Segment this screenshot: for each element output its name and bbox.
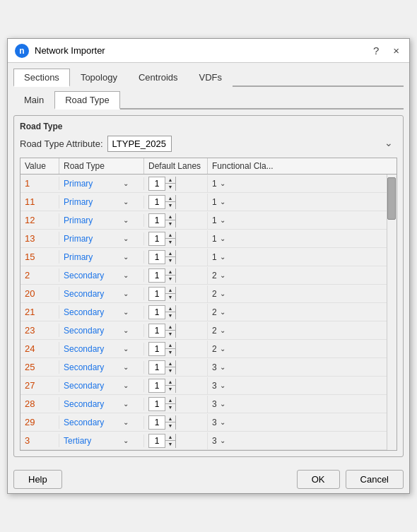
road-type-chevron[interactable]: ⌄ bbox=[123, 326, 129, 334]
lanes-increment[interactable]: ▲ bbox=[165, 287, 175, 294]
road-type-chevron[interactable]: ⌄ bbox=[123, 418, 129, 426]
fc-chevron[interactable]: ⌄ bbox=[220, 253, 225, 261]
lanes-decrement[interactable]: ▼ bbox=[165, 220, 175, 227]
lanes-spinner[interactable]: 1▲▼ bbox=[148, 195, 176, 209]
fc-chevron[interactable]: ⌄ bbox=[220, 418, 225, 426]
fc-chevron[interactable]: ⌄ bbox=[220, 363, 225, 371]
road-type-chevron[interactable]: ⌄ bbox=[123, 437, 129, 444]
road-type-chevron[interactable]: ⌄ bbox=[123, 308, 129, 316]
lanes-increment[interactable]: ▲ bbox=[165, 195, 175, 202]
lanes-decrement[interactable]: ▼ bbox=[165, 294, 175, 301]
help-icon[interactable]: ? bbox=[370, 43, 382, 58]
road-type-dropdown[interactable]: Secondary bbox=[64, 289, 122, 299]
lanes-decrement[interactable]: ▼ bbox=[165, 404, 175, 411]
fc-chevron[interactable]: ⌄ bbox=[220, 437, 225, 444]
lanes-spinner[interactable]: 1▲▼ bbox=[148, 360, 176, 374]
lanes-decrement[interactable]: ▼ bbox=[165, 202, 175, 209]
road-type-dropdown[interactable]: Primary bbox=[64, 179, 122, 189]
road-type-dropdown[interactable]: Secondary bbox=[64, 271, 122, 280]
lanes-spinner[interactable]: 1▲▼ bbox=[148, 250, 176, 264]
close-icon[interactable]: × bbox=[390, 43, 402, 58]
tab-centroids[interactable]: Centroids bbox=[128, 69, 189, 87]
road-type-dropdown[interactable]: Primary bbox=[64, 252, 122, 262]
fc-chevron[interactable]: ⌄ bbox=[220, 326, 225, 334]
road-type-dropdown[interactable]: Tertiary bbox=[64, 436, 122, 446]
lanes-decrement[interactable]: ▼ bbox=[165, 422, 175, 430]
road-type-chevron[interactable]: ⌄ bbox=[123, 363, 129, 371]
road-type-chevron[interactable]: ⌄ bbox=[123, 253, 129, 261]
lanes-increment[interactable]: ▲ bbox=[165, 177, 175, 184]
lanes-increment[interactable]: ▲ bbox=[165, 397, 175, 404]
tab-topology[interactable]: Topology bbox=[70, 69, 128, 87]
tab-sections[interactable]: Sections bbox=[13, 69, 70, 87]
road-type-chevron[interactable]: ⌄ bbox=[123, 400, 129, 408]
road-type-chevron[interactable]: ⌄ bbox=[123, 382, 129, 389]
tab-road-type[interactable]: Road Type bbox=[54, 91, 120, 110]
fc-chevron[interactable]: ⌄ bbox=[220, 400, 225, 408]
road-type-dropdown[interactable]: Secondary bbox=[64, 344, 122, 354]
road-type-chevron[interactable]: ⌄ bbox=[123, 290, 129, 297]
fc-chevron[interactable]: ⌄ bbox=[220, 308, 225, 316]
lanes-increment[interactable]: ▲ bbox=[165, 324, 175, 331]
road-type-dropdown[interactable]: Secondary bbox=[64, 326, 122, 336]
road-type-chevron[interactable]: ⌄ bbox=[123, 271, 129, 279]
lanes-spinner[interactable]: 1▲▼ bbox=[148, 379, 176, 393]
road-type-dropdown[interactable]: Secondary bbox=[64, 399, 122, 409]
road-type-dropdown[interactable]: Primary bbox=[64, 215, 122, 225]
lanes-increment[interactable]: ▲ bbox=[165, 434, 175, 441]
road-type-chevron[interactable]: ⌄ bbox=[123, 216, 129, 224]
lanes-decrement[interactable]: ▼ bbox=[165, 239, 175, 246]
lanes-increment[interactable]: ▲ bbox=[165, 342, 175, 349]
road-type-dropdown[interactable]: Primary bbox=[64, 234, 122, 244]
fc-chevron[interactable]: ⌄ bbox=[220, 235, 225, 242]
road-type-chevron[interactable]: ⌄ bbox=[123, 235, 129, 242]
road-type-chevron[interactable]: ⌄ bbox=[123, 345, 129, 353]
lanes-increment[interactable]: ▲ bbox=[165, 213, 175, 220]
fc-chevron[interactable]: ⌄ bbox=[220, 179, 225, 187]
scrollbar-thumb[interactable] bbox=[387, 177, 396, 220]
lanes-decrement[interactable]: ▼ bbox=[165, 331, 175, 338]
lanes-increment[interactable]: ▲ bbox=[165, 379, 175, 386]
lanes-increment[interactable]: ▲ bbox=[165, 415, 175, 422]
road-type-chevron[interactable]: ⌄ bbox=[123, 179, 129, 187]
lanes-spinner[interactable]: 1▲▼ bbox=[148, 305, 176, 319]
lanes-decrement[interactable]: ▼ bbox=[165, 367, 175, 374]
fc-chevron[interactable]: ⌄ bbox=[220, 345, 225, 353]
fc-chevron[interactable]: ⌄ bbox=[220, 198, 225, 206]
lanes-decrement[interactable]: ▼ bbox=[165, 312, 175, 319]
road-type-dropdown[interactable]: Secondary bbox=[64, 362, 122, 372]
lanes-increment[interactable]: ▲ bbox=[165, 360, 175, 367]
fc-chevron[interactable]: ⌄ bbox=[220, 382, 225, 389]
fc-chevron[interactable]: ⌄ bbox=[220, 216, 225, 224]
lanes-spinner[interactable]: 1▲▼ bbox=[148, 342, 176, 356]
road-type-dropdown[interactable]: Secondary bbox=[64, 418, 122, 427]
lanes-increment[interactable]: ▲ bbox=[165, 305, 175, 312]
lanes-spinner[interactable]: 1▲▼ bbox=[148, 177, 176, 191]
lanes-increment[interactable]: ▲ bbox=[165, 268, 175, 276]
scrollbar[interactable] bbox=[387, 175, 397, 450]
road-type-dropdown[interactable]: Secondary bbox=[64, 381, 122, 391]
lanes-increment[interactable]: ▲ bbox=[165, 232, 175, 239]
lanes-spinner[interactable]: 1▲▼ bbox=[148, 324, 176, 338]
lanes-spinner[interactable]: 1▲▼ bbox=[148, 287, 176, 301]
fc-chevron[interactable]: ⌄ bbox=[220, 271, 225, 279]
lanes-spinner[interactable]: 1▲▼ bbox=[148, 213, 176, 227]
cancel-button[interactable]: Cancel bbox=[346, 470, 404, 489]
road-type-dropdown[interactable]: Secondary bbox=[64, 307, 122, 317]
tab-main[interactable]: Main bbox=[13, 91, 54, 110]
lanes-decrement[interactable]: ▼ bbox=[165, 276, 175, 283]
lanes-spinner[interactable]: 1▲▼ bbox=[148, 434, 176, 448]
lanes-decrement[interactable]: ▼ bbox=[165, 257, 175, 264]
lanes-spinner[interactable]: 1▲▼ bbox=[148, 397, 176, 411]
lanes-spinner[interactable]: 1▲▼ bbox=[148, 232, 176, 246]
lanes-increment[interactable]: ▲ bbox=[165, 250, 175, 257]
lanes-decrement[interactable]: ▼ bbox=[165, 349, 175, 356]
help-button[interactable]: Help bbox=[13, 470, 62, 489]
lanes-decrement[interactable]: ▼ bbox=[165, 184, 175, 191]
road-type-dropdown[interactable]: Primary bbox=[64, 197, 122, 207]
lanes-spinner[interactable]: 1▲▼ bbox=[148, 415, 176, 430]
ok-button[interactable]: OK bbox=[297, 470, 340, 489]
tab-vdfs[interactable]: VDFs bbox=[189, 69, 233, 87]
road-type-chevron[interactable]: ⌄ bbox=[123, 198, 129, 206]
lanes-decrement[interactable]: ▼ bbox=[165, 441, 175, 448]
